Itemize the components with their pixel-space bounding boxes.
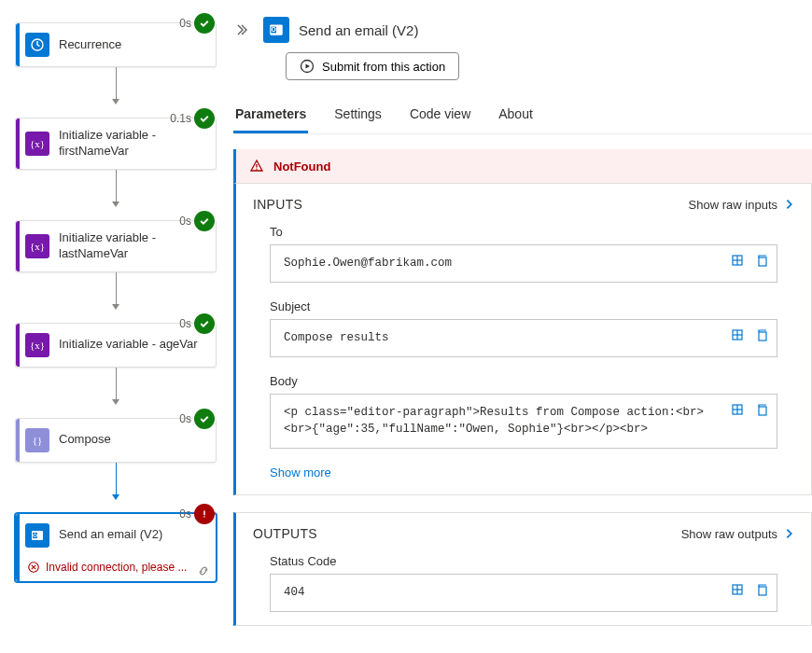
play-circle-icon [300,59,315,74]
field-label: Status Code [270,554,777,568]
outputs-panel: OUTPUTS Show raw outputs Status Code 404 [233,512,812,626]
outlook-icon: O [25,523,49,548]
status-success-icon [194,108,215,129]
show-more-link[interactable]: Show more [236,462,811,494]
svg-text:{x}: {x} [30,340,45,351]
field-label: To [270,225,777,239]
node-label: Initialize variable - lastNameVar [59,230,208,262]
node-label: Send an email (V2) [59,527,162,543]
node-error-message: Invalid connection, please ... [16,557,216,581]
svg-marker-15 [306,64,311,69]
variable-icon: {x} [25,132,49,156]
input-field-body: Body <p class="editor-paragraph">Results… [236,370,811,463]
field-value-box[interactable]: <p class="editor-paragraph">Results from… [270,394,777,450]
flow-node-compose[interactable]: 0s {} Compose [15,409,217,463]
tab-code-view[interactable]: Code view [408,97,472,133]
outputs-heading: OUTPUTS [253,526,317,541]
tab-about[interactable]: About [497,97,535,133]
node-label: Recurrence [59,37,121,53]
tab-settings[interactable]: Settings [332,97,384,133]
status-error-icon [194,504,215,524]
svg-text:{x}: {x} [30,241,45,252]
popout-icon[interactable] [730,327,745,342]
detail-tabs: Parameters Settings Code view About [233,97,812,134]
tab-parameters[interactable]: Parameters [233,97,308,133]
status-success-icon [194,13,215,34]
status-success-icon [194,211,215,231]
compose-icon: {} [25,428,49,452]
field-label: Body [270,374,777,388]
show-raw-outputs-link[interactable]: Show raw outputs [681,527,796,541]
action-detail-panel: O Send an email (V2) Submit from this ac… [233,0,812,653]
popout-icon[interactable] [730,402,745,417]
detail-title: Send an email (V2) [299,22,418,38]
flow-node-recurrence[interactable]: 0s Recurrence [15,13,217,67]
collapse-chevron-icon[interactable] [233,22,254,37]
node-duration: 0s [179,17,191,30]
copy-icon[interactable] [754,582,769,597]
chevron-right-icon [783,198,796,211]
variable-icon: {x} [25,234,49,258]
variable-icon: {x} [25,333,49,357]
warning-icon [249,159,264,174]
flow-canvas: 0s Recurrence 0.1s [0,0,233,653]
chevron-right-icon [783,527,796,540]
flow-node-init-age[interactable]: 0s {x} Initialize variable - ageVar [15,313,217,368]
status-success-icon [194,409,215,429]
inputs-panel: INPUTS Show raw inputs To Sophie.Owen@fa… [233,183,812,495]
node-label: Compose [59,432,111,448]
svg-rect-30 [759,407,766,415]
submit-from-action-button[interactable]: Submit from this action [286,52,459,80]
svg-rect-34 [759,587,766,595]
node-duration: 0.1s [170,112,191,125]
svg-rect-22 [759,257,766,266]
node-label: Initialize variable - firstNameVar [59,128,208,160]
svg-point-18 [256,169,257,170]
input-field-to: To Sophie.Owen@fabrikam.com [236,221,811,296]
output-field-status-code: Status Code 404 [236,550,811,625]
flow-node-send-email[interactable]: 0s O Send an email (V2) Invalid connecti… [15,504,217,582]
status-success-icon [194,313,215,334]
svg-rect-26 [759,332,766,340]
error-banner: NotFound [233,149,812,183]
field-value-box[interactable]: Sophie.Owen@fabrikam.com [270,244,777,283]
svg-text:{x}: {x} [30,138,45,149]
flow-node-init-firstname[interactable]: 0.1s {x} Initialize variable - firstName… [15,108,217,170]
copy-icon[interactable] [754,253,769,268]
field-label: Subject [270,299,777,313]
recurrence-icon [25,33,49,57]
outlook-icon: O [263,17,289,43]
node-label: Initialize variable - ageVar [59,337,198,353]
svg-rect-6 [203,516,205,518]
node-duration: 0s [179,412,191,425]
node-duration: 0s [179,507,191,521]
copy-icon[interactable] [754,402,769,417]
svg-rect-5 [203,510,205,515]
field-value-box[interactable]: 404 [270,574,777,612]
inputs-heading: INPUTS [253,197,302,212]
popout-icon[interactable] [730,582,745,597]
svg-text:O: O [272,26,276,33]
node-duration: 0s [179,317,191,330]
copy-icon[interactable] [754,327,769,342]
input-field-subject: Subject Compose results [236,296,811,370]
popout-icon[interactable] [730,253,745,268]
button-label: Submit from this action [322,60,445,74]
flow-node-init-lastname[interactable]: 0s {x} Initialize variable - lastNameVar [15,211,217,272]
svg-text:O: O [33,533,37,538]
link-icon [197,564,210,577]
node-duration: 0s [179,215,191,228]
show-raw-inputs-link[interactable]: Show raw inputs [689,198,796,212]
field-value-box[interactable]: Compose results [270,319,777,357]
svg-text:{}: {} [33,435,43,446]
